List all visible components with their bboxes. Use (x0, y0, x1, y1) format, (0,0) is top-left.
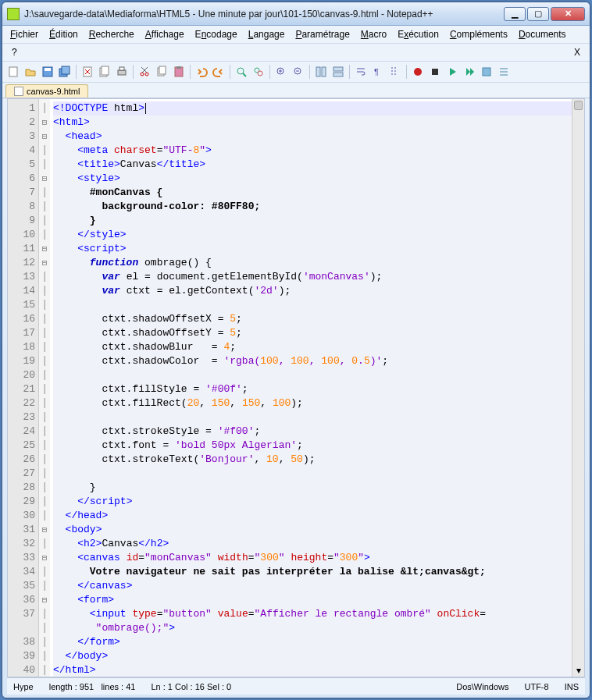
show-all-chars-button[interactable]: ¶ (370, 64, 386, 80)
svg-point-20 (237, 68, 244, 74)
find-button[interactable] (234, 64, 249, 80)
redo-button[interactable] (211, 64, 226, 80)
macro-replay-button[interactable] (462, 64, 477, 80)
close-icon: ✕ (565, 9, 572, 19)
status-eol: Dos\Windows (456, 682, 508, 691)
undo-button[interactable] (194, 64, 209, 80)
status-length: length : 951 lines : 41 (49, 682, 136, 691)
fold-column[interactable]: │⊟⊟││⊟││││⊟⊟││││││││││││││││││⊟│⊟││⊟││││… (39, 99, 50, 677)
macro-stop-button[interactable] (427, 64, 443, 80)
toolbar-separator (349, 65, 350, 79)
svg-rect-4 (62, 66, 70, 74)
zoom-in-button[interactable] (273, 64, 289, 80)
svg-rect-37 (432, 69, 438, 75)
svg-line-14 (142, 67, 148, 73)
status-filetype: Hype (13, 682, 34, 691)
toolbar-separator (269, 65, 270, 79)
svg-rect-32 (333, 73, 343, 76)
save-button[interactable] (40, 64, 55, 80)
menu-bar-row2: ? X (2, 44, 590, 62)
svg-rect-9 (102, 66, 109, 75)
wordwrap-button[interactable] (353, 64, 369, 80)
maximize-icon: ▢ (534, 9, 542, 19)
svg-point-23 (258, 71, 262, 76)
svg-rect-31 (333, 67, 343, 71)
menu-parametrage[interactable]: Paramétrage (291, 27, 354, 41)
minimize-icon: ▁ (512, 9, 518, 19)
status-insert-mode[interactable]: INS (565, 682, 579, 691)
close-file-button[interactable] (80, 64, 95, 80)
menu-complements[interactable]: Compléments (445, 27, 512, 41)
vertical-scrollbar[interactable]: ▴ ▾ (572, 99, 584, 677)
code-area[interactable]: <!DOCTYPE html><html> <head> <meta chars… (50, 99, 572, 677)
svg-rect-0 (9, 67, 17, 76)
status-bar: Hype length : 951 lines : 41 Ln : 1 Col … (7, 677, 585, 695)
minimize-button[interactable]: ▁ (504, 7, 526, 21)
tab-canvas-9[interactable]: canvas-9.html (5, 84, 88, 98)
macro-list-button[interactable] (496, 64, 512, 80)
paste-button[interactable] (171, 64, 187, 80)
svg-point-13 (145, 73, 148, 76)
new-file-button[interactable] (5, 64, 21, 80)
menu-edition[interactable]: Édition (45, 27, 83, 41)
toolbar-separator (230, 65, 230, 79)
menu-macro[interactable]: Macro (356, 27, 391, 41)
window-title: J:\sauvegarde-data\Mediaforma\HTML5 - Un… (24, 9, 504, 20)
indent-guide-button[interactable] (387, 64, 403, 80)
save-all-button[interactable] (57, 64, 73, 80)
toolbar-separator (133, 65, 134, 79)
toolbar: ¶ (2, 62, 590, 83)
scroll-down-icon[interactable]: ▾ (572, 664, 584, 677)
menu-help[interactable]: ? (7, 45, 22, 59)
print-button[interactable] (114, 64, 130, 80)
close-all-button[interactable] (97, 64, 112, 80)
menu-x-button[interactable]: X (569, 45, 585, 59)
svg-rect-17 (159, 66, 166, 74)
app-icon (7, 8, 20, 20)
toolbar-separator (76, 65, 77, 79)
toolbar-separator (190, 65, 191, 79)
menu-documents[interactable]: Documents (514, 27, 571, 41)
macro-save-button[interactable] (479, 64, 494, 80)
editor[interactable]: 1234567891011121314151617181920212223242… (7, 98, 585, 677)
svg-rect-19 (177, 66, 181, 69)
title-bar[interactable]: J:\sauvegarde-data\Mediaforma\HTML5 - Un… (2, 2, 590, 26)
tab-bar: canvas-9.html (2, 83, 590, 98)
zoom-out-button[interactable] (291, 64, 306, 80)
svg-point-12 (141, 73, 144, 76)
open-file-button[interactable] (23, 64, 38, 80)
menu-affichage[interactable]: Affichage (141, 27, 189, 41)
svg-line-21 (243, 73, 246, 76)
file-icon (14, 87, 23, 96)
scroll-thumb[interactable] (574, 101, 583, 110)
app-window: J:\sauvegarde-data\Mediaforma\HTML5 - Un… (2, 2, 590, 698)
menu-recherche[interactable]: Recherche (84, 27, 139, 41)
svg-rect-30 (322, 67, 326, 76)
macro-record-button[interactable] (410, 64, 426, 80)
status-position: Ln : 1 Col : 16 Sel : 0 (151, 682, 231, 691)
replace-button[interactable] (251, 64, 266, 80)
tab-label: canvas-9.html (27, 87, 80, 96)
toolbar-separator (309, 65, 310, 79)
sync-v-button[interactable] (313, 64, 329, 80)
menu-encodage[interactable]: Encodage (191, 27, 242, 41)
copy-button[interactable] (154, 64, 169, 80)
cut-button[interactable] (137, 64, 152, 80)
close-button[interactable]: ✕ (551, 7, 585, 21)
menu-fichier[interactable]: Fichier (5, 27, 43, 41)
macro-play-button[interactable] (444, 64, 460, 80)
sync-h-button[interactable] (330, 64, 346, 80)
svg-rect-11 (119, 67, 124, 70)
svg-point-36 (414, 68, 422, 76)
svg-rect-29 (316, 67, 320, 76)
svg-text:¶: ¶ (374, 67, 379, 76)
svg-line-15 (141, 67, 147, 73)
menu-langage[interactable]: Langage (244, 27, 290, 41)
menu-execution[interactable]: Exécution (393, 27, 444, 41)
status-encoding: UTF-8 (524, 682, 548, 691)
svg-rect-10 (118, 70, 126, 75)
window-buttons: ▁ ▢ ✕ (504, 7, 585, 21)
menu-bar: Fichier Édition Recherche Affichage Enco… (2, 26, 590, 44)
toolbar-separator (406, 65, 407, 79)
maximize-button[interactable]: ▢ (527, 7, 549, 21)
